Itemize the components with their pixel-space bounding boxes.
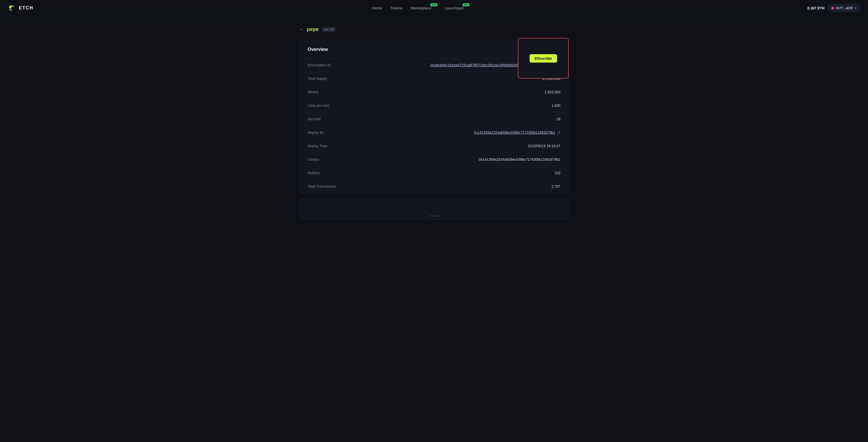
- back-button[interactable]: ←: [299, 27, 304, 32]
- breadcrumb: ← pepe erc-20: [299, 26, 569, 32]
- scroll-indicator: [429, 215, 439, 216]
- bottom-card: [299, 199, 569, 220]
- value-deploy-by: 0x141359a2324ab58ec636bc717430fa11682b79…: [474, 130, 560, 135]
- ethscribe-panel: Ethscribe: [518, 38, 569, 79]
- content-area: Ethscribe Overview Ethscription ID 0xa8c…: [299, 40, 569, 193]
- row-total-transactions: Total Transactions 2,707: [300, 180, 568, 193]
- label-total-transactions: Total Transactions: [308, 184, 336, 188]
- label-limit-per-mint: Limit per mint: [308, 104, 329, 108]
- value-holders: 229: [555, 171, 560, 175]
- label-deploy-by: Deploy By: [308, 130, 324, 135]
- value-total-transactions: 2,707: [552, 184, 560, 188]
- label-holders: Holders: [308, 171, 320, 175]
- row-holders: Holders 229: [300, 166, 568, 180]
- label-decimal: Decimal: [308, 117, 320, 121]
- logo-text: ETCH: [19, 5, 33, 11]
- nav-home[interactable]: Home: [372, 6, 382, 10]
- ethscribe-button[interactable]: Ethscribe: [530, 54, 557, 63]
- main-content: ← pepe erc-20 Ethscribe Overview Ethscri…: [294, 16, 574, 230]
- value-limit-per-mint: 1,000: [552, 104, 560, 108]
- label-total-supply: Total Supply: [308, 77, 327, 81]
- label-minted: Minted: [308, 90, 318, 94]
- wallet-button[interactable]: 0x77...aD5f ▾: [828, 4, 860, 12]
- nav-marketplace[interactable]: Marketplace New: [411, 6, 431, 10]
- wallet-status-dot: [831, 7, 834, 9]
- value-deploy-time: 2023/06/19 18:19:47: [528, 144, 560, 148]
- row-limit-per-mint: Limit per mint 1,000: [300, 99, 568, 112]
- header-right: 0.167 ETH 0x77...aD5f ▾: [807, 4, 860, 12]
- chevron-down-icon: ▾: [855, 7, 856, 9]
- value-decimal: 18: [556, 117, 560, 121]
- logo[interactable]: ETCH: [8, 4, 33, 12]
- deploy-by-external-icon: [557, 131, 560, 134]
- deploy-by-link[interactable]: 0x141359a2324ab58ec636bc717430fa11682b79…: [474, 130, 555, 135]
- token-standard: erc-20: [322, 27, 336, 32]
- marketplace-badge: New: [430, 3, 438, 6]
- eth-balance: 0.167 ETH: [807, 6, 825, 10]
- token-name: pepe: [307, 26, 319, 32]
- nav-tokens[interactable]: Tokens: [391, 6, 403, 10]
- value-creator: 0x141359a2324ab58ec636bc717430fa11682b79…: [479, 157, 560, 161]
- row-deploy-by: Deploy By 0x141359a2324ab58ec636bc717430…: [300, 126, 568, 139]
- row-creator: Creator 0x141359a2324ab58ec636bc717430fa…: [300, 153, 568, 166]
- overview-body: Ethscription ID 0xa8cb84c181ee6725cabf78…: [300, 58, 568, 193]
- label-ethscription-id: Ethscription ID: [308, 63, 331, 67]
- label-creator: Creator: [308, 157, 319, 161]
- nav-launchpad[interactable]: Launchpad New: [445, 6, 464, 10]
- row-decimal: Decimal 18: [300, 112, 568, 126]
- wallet-address: 0x77...aD5f: [836, 6, 853, 10]
- launchpad-badge: New: [463, 3, 470, 6]
- main-nav: Home Tokens Marketplace New Launchpad Ne…: [372, 6, 469, 10]
- row-minted: Minted 2,523,000: [300, 85, 568, 99]
- value-minted: 2,523,000: [545, 90, 560, 94]
- row-deploy-time: Deploy Time 2023/06/19 18:19:47: [300, 139, 568, 153]
- app-header: ETCH Home Tokens Marketplace New Launchp…: [0, 0, 868, 16]
- label-deploy-time: Deploy Time: [308, 144, 328, 148]
